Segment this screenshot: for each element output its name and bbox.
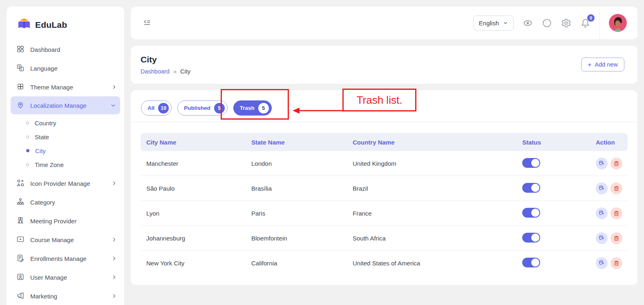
status-toggle[interactable] bbox=[522, 233, 540, 243]
cell-country-name: United States of America bbox=[347, 260, 517, 267]
add-new-label: Add new bbox=[595, 61, 618, 68]
table-row: New York City California United States o… bbox=[141, 251, 628, 276]
tab-label: Trash bbox=[240, 105, 255, 111]
tab-count-badge: 5 bbox=[258, 103, 269, 114]
sidebar-item-label: Meeting Provider bbox=[30, 218, 117, 225]
chevron-right-icon bbox=[111, 237, 117, 243]
cell-city-name: Johannesburg bbox=[141, 235, 246, 242]
column-header-state-name: State Name bbox=[246, 139, 347, 146]
dark-mode-moon-icon[interactable] bbox=[542, 18, 552, 28]
delete-button[interactable] bbox=[610, 232, 622, 244]
sidebar-item-localization-manage[interactable]: Localization Manage bbox=[11, 96, 120, 114]
sidebar-item-label: Language bbox=[30, 65, 117, 72]
sidebar-item-theme-manage[interactable]: Theme Manage bbox=[7, 78, 124, 96]
table-row: Johannesburg Bloemfontein South Africa bbox=[141, 226, 628, 251]
svg-text:A: A bbox=[18, 65, 20, 68]
sidebar-item-user-manage[interactable]: User Manage bbox=[7, 268, 124, 287]
sidebar-subitem-time-zone[interactable]: Time Zone bbox=[7, 158, 124, 171]
sidebar-item-marketing[interactable]: Marketing bbox=[7, 287, 124, 305]
sidebar-item-label: Enrollments Manage bbox=[30, 255, 105, 262]
delete-button[interactable] bbox=[610, 207, 622, 219]
table-row: São Paulo Brasília Brazil bbox=[141, 176, 628, 201]
restore-icon bbox=[599, 210, 605, 216]
sidebar-item-language[interactable]: A x Language bbox=[7, 59, 124, 78]
notifications-bell-icon[interactable]: 0 bbox=[580, 18, 590, 28]
logo[interactable]: EduLab bbox=[7, 7, 124, 40]
cell-city-name: São Paulo bbox=[141, 185, 246, 192]
sidebar-subitem-label: Time Zone bbox=[35, 161, 64, 168]
language-selected-label: English bbox=[479, 20, 499, 27]
tab-published[interactable]: Published 5 bbox=[177, 100, 228, 116]
restore-icon bbox=[599, 235, 605, 241]
sidebar-subitem-state[interactable]: State bbox=[7, 130, 124, 144]
trash-icon bbox=[613, 210, 619, 216]
sidebar-item-meeting-provider[interactable]: Meeting Provider bbox=[7, 211, 124, 230]
bullet-icon bbox=[26, 122, 29, 125]
delete-button[interactable] bbox=[610, 183, 622, 194]
sidebar-item-icon-provider-manage[interactable]: Icon Provider Manage bbox=[7, 174, 124, 193]
restore-button[interactable] bbox=[596, 158, 608, 169]
tab-trash[interactable]: Trash 5 bbox=[233, 100, 272, 116]
sidebar-item-enrollments-manage[interactable]: Enrollments Manage bbox=[7, 249, 124, 268]
restore-button[interactable] bbox=[596, 183, 608, 194]
bullet-icon bbox=[26, 149, 29, 152]
cell-city-name: New York City bbox=[141, 260, 246, 267]
sidebar-item-category[interactable]: Category bbox=[7, 193, 124, 211]
tab-label: Published bbox=[184, 105, 210, 111]
tab-all[interactable]: All 10 bbox=[141, 100, 172, 116]
chevron-right-icon bbox=[111, 180, 117, 186]
visibility-eye-icon[interactable] bbox=[523, 18, 533, 28]
cell-country-name: Brazil bbox=[347, 185, 517, 192]
annotation-label: Trash list. bbox=[357, 94, 402, 107]
chevron-down-icon bbox=[503, 20, 508, 27]
dashboard-icon bbox=[16, 45, 25, 54]
chevron-right-icon bbox=[111, 256, 117, 261]
topbar-actions: English bbox=[473, 7, 637, 39]
status-toggle[interactable] bbox=[522, 258, 540, 267]
content-card: All 10 Published 5 Trash 5 City Name Sta… bbox=[131, 90, 637, 285]
sidebar-item-label: Course Manage bbox=[30, 236, 105, 243]
status-toggle[interactable] bbox=[522, 208, 540, 218]
sidebar-subitem-country[interactable]: Country bbox=[7, 116, 124, 130]
sidebar-collapse-icon[interactable] bbox=[142, 18, 152, 28]
sidebar-nav: Dashboard A x Language bbox=[7, 40, 124, 305]
column-header-status: Status bbox=[517, 139, 590, 146]
sidebar-subitem-city[interactable]: City bbox=[7, 144, 124, 158]
sidebar-subitem-label: State bbox=[35, 134, 49, 140]
localization-submenu: Country State City Time Zone bbox=[7, 114, 124, 174]
map-pin-icon bbox=[16, 101, 25, 110]
megaphone-icon bbox=[16, 292, 25, 301]
delete-button[interactable] bbox=[610, 257, 622, 269]
column-header-city-name: City Name bbox=[141, 139, 246, 146]
cell-city-name: Manchester bbox=[141, 160, 246, 167]
status-toggle[interactable] bbox=[522, 183, 540, 193]
column-header-action: Action bbox=[590, 139, 628, 146]
user-card-icon bbox=[16, 273, 25, 282]
settings-gear-icon[interactable] bbox=[561, 18, 571, 28]
status-toggle[interactable] bbox=[522, 158, 540, 168]
document-pen-icon bbox=[16, 254, 25, 263]
delete-button[interactable] bbox=[610, 158, 622, 169]
table-row: Lyon Paris France bbox=[141, 201, 628, 226]
add-new-button[interactable]: + Add new bbox=[581, 58, 624, 71]
breadcrumb-separator: » bbox=[173, 68, 177, 75]
trash-icon bbox=[613, 185, 619, 191]
annotation-callout: Trash list. bbox=[342, 89, 416, 111]
sidebar-item-course-manage[interactable]: Course Manage bbox=[7, 230, 124, 249]
breadcrumb-dashboard-link[interactable]: Dashboard bbox=[141, 68, 170, 75]
sidebar-item-label: User Manage bbox=[30, 274, 105, 281]
restore-button[interactable] bbox=[596, 257, 608, 269]
topbar: English bbox=[131, 7, 637, 39]
page-title: City bbox=[141, 55, 624, 65]
column-header-country-name: Country Name bbox=[347, 139, 517, 146]
topbar-divider bbox=[599, 7, 600, 39]
tabs-divider bbox=[131, 122, 637, 122]
language-dropdown[interactable]: English bbox=[473, 16, 514, 31]
trash-icon bbox=[613, 235, 619, 241]
page-root: EduLab Dashboard A x bbox=[0, 0, 644, 305]
sidebar-item-dashboard[interactable]: Dashboard bbox=[7, 40, 124, 59]
video-course-icon bbox=[16, 235, 25, 245]
user-avatar[interactable] bbox=[609, 14, 627, 32]
restore-button[interactable] bbox=[596, 207, 608, 219]
restore-button[interactable] bbox=[596, 232, 608, 244]
